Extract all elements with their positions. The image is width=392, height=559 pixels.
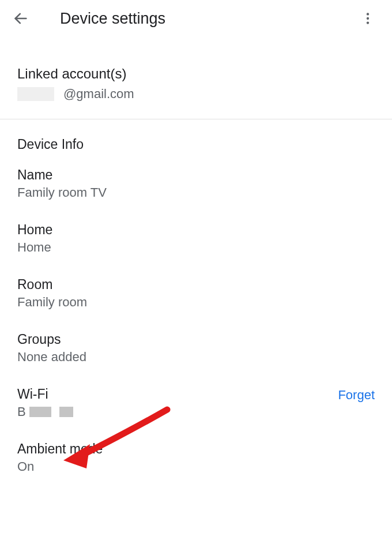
email-domain: @gmail.com	[63, 87, 134, 102]
setting-groups-label: Groups	[17, 332, 375, 347]
setting-name-row[interactable]: Name Family room TV	[0, 155, 392, 209]
setting-name-label: Name	[17, 167, 375, 183]
setting-wifi-label: Wi-Fi	[17, 387, 338, 402]
setting-ambient-value: On	[17, 459, 375, 474]
setting-room-row[interactable]: Room Family room	[0, 264, 392, 319]
setting-room-value: Family room	[17, 295, 375, 310]
wifi-forget-button[interactable]: Forget	[338, 388, 375, 403]
setting-groups-value: None added	[17, 350, 375, 365]
linked-account-email: @gmail.com	[17, 87, 375, 102]
redacted-email-user	[17, 87, 54, 101]
more-vert-icon	[360, 11, 375, 26]
device-info-header: Device Info	[0, 119, 392, 155]
setting-ambient-row[interactable]: Ambient mode On	[0, 429, 392, 483]
setting-name-value: Family room TV	[17, 185, 375, 200]
setting-home-row[interactable]: Home Home	[0, 209, 392, 264]
arrow-back-icon	[13, 10, 29, 27]
more-menu-button[interactable]	[354, 5, 382, 32]
setting-wifi-row[interactable]: Wi-Fi B Forget	[0, 374, 392, 429]
content-area: Linked account(s) @gmail.com Device Info…	[0, 37, 392, 483]
redacted-wifi-2	[59, 407, 73, 417]
setting-room-label: Room	[17, 277, 375, 292]
svg-point-3	[367, 21, 369, 24]
page-title: Device settings	[60, 10, 165, 28]
linked-accounts-section[interactable]: Linked account(s) @gmail.com	[0, 37, 392, 115]
linked-accounts-label: Linked account(s)	[17, 66, 375, 82]
svg-point-2	[367, 17, 369, 20]
wifi-name-prefix: B	[17, 404, 26, 419]
setting-home-value: Home	[17, 240, 375, 255]
setting-home-label: Home	[17, 222, 375, 238]
app-header: Device settings	[0, 0, 392, 37]
setting-groups-row[interactable]: Groups None added	[0, 319, 392, 374]
svg-point-1	[367, 13, 369, 15]
setting-ambient-label: Ambient mode	[17, 441, 375, 457]
setting-wifi-value: B	[17, 404, 338, 419]
back-button[interactable]	[7, 5, 35, 32]
redacted-wifi-1	[29, 407, 51, 417]
